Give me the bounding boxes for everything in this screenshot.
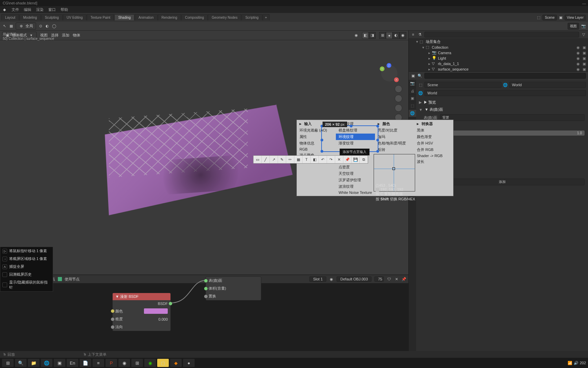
pin-icon[interactable]: 📌 — [402, 277, 406, 281]
vp-menu-object[interactable]: 物体 — [73, 33, 80, 38]
pan-button[interactable] — [395, 95, 402, 102]
scene-selector[interactable]: Scene — [542, 15, 557, 20]
tool-undo[interactable]: ↶ — [319, 156, 327, 163]
mi-env[interactable]: 环境纹理 — [336, 134, 375, 140]
ol-scene-coll[interactable]: 场景集合 — [426, 39, 441, 44]
mi-checker[interactable]: 棋盘格纹理 — [336, 127, 375, 134]
gizmo-toggle-icon[interactable]: ◉ — [354, 33, 359, 38]
node-header[interactable]: ▼ 漫射 BSDF — [113, 293, 170, 300]
outliner[interactable]: ≡ ⚗ ▽ ▾⬚场景集合 ▾⬚Collection◉▣ ▸📷Camera◉▣ ▸… — [409, 31, 588, 72]
material-selector[interactable]: Default OBJ.003 — [337, 276, 372, 282]
ol-rbdata[interactable]: rb_data_1_1 — [438, 62, 459, 66]
roughness-value[interactable]: 0.000 — [144, 317, 168, 321]
solid-mode[interactable]: ● — [386, 32, 393, 39]
socket-roughness[interactable] — [111, 318, 114, 321]
material-users[interactable]: 75 — [374, 276, 384, 282]
nav-gizmo[interactable]: Z Y X — [379, 63, 399, 83]
tool-pin[interactable]: 📌 — [343, 156, 352, 163]
transform-orientation[interactable]: ⊕ 全局 — [16, 22, 36, 30]
prop-tab-viewlayer[interactable]: ▣ — [409, 95, 416, 102]
prop-tab-world[interactable]: 🌐 — [409, 110, 416, 117]
mi-combhsv[interactable]: 合并 HSV — [414, 140, 453, 147]
viewlayer-selector[interactable]: View Layer — [565, 15, 586, 20]
xray-toggle[interactable]: ◨ — [369, 32, 376, 39]
tool-arrow[interactable]: ↗ — [270, 156, 278, 163]
tool-rect[interactable]: ▭ — [254, 156, 262, 163]
mi-ao[interactable]: 环境光遮蔽 (AO) — [297, 127, 336, 134]
tb-vsc[interactable]: ≡ — [93, 359, 104, 367]
tb-wechat[interactable]: ◉ — [144, 359, 156, 367]
color-swatch[interactable] — [144, 308, 168, 314]
minimize-icon[interactable]: — — [582, 1, 586, 5]
start-button[interactable]: ⊞ — [2, 359, 14, 367]
world-name[interactable]: World — [509, 82, 586, 88]
screenshot-toolbar[interactable]: ▭ ╱ ↗ ✎ ✏ ▦ T ◧ ↶ ↷ ✕ 📌 💾 ⧉ — [253, 155, 368, 164]
editor-type-icon[interactable]: ▣ — [411, 73, 415, 78]
rendered-mode[interactable]: ◉ — [399, 32, 406, 39]
cursor-icon[interactable]: ↖ — [2, 24, 7, 29]
tb-search[interactable]: 🔍 — [15, 359, 27, 367]
mi-hsv[interactable]: 色相/饱和度/明度 — [375, 140, 414, 147]
ol-light[interactable]: Light — [438, 56, 446, 60]
tab-add[interactable]: + — [263, 14, 270, 20]
zoom-button[interactable] — [395, 85, 402, 93]
filter-icon[interactable]: ⚗ — [418, 32, 422, 37]
tb-ime[interactable]: En — [67, 359, 78, 367]
proportional-icon[interactable]: ◯ — [52, 24, 56, 29]
tray-net-icon[interactable]: 📶 — [568, 361, 572, 365]
pivot-icon[interactable]: ⊙ — [38, 24, 43, 29]
axis-z[interactable]: Z — [387, 63, 391, 68]
filter-toggle-icon[interactable]: ▽ — [581, 32, 586, 37]
tool-pen[interactable]: ✎ — [278, 156, 286, 163]
socket-surface[interactable] — [204, 279, 208, 282]
grid-icon[interactable]: ▦ — [9, 24, 14, 29]
tab-texturepaint[interactable]: Texture Paint — [87, 14, 114, 20]
shield-icon[interactable]: 🛡 — [387, 277, 391, 281]
render-icon[interactable]: ▣ — [582, 45, 587, 50]
mi-wave[interactable]: 波浪纹理 — [336, 183, 375, 190]
mi-attr[interactable]: 属性 — [297, 134, 336, 140]
world-datablock[interactable]: World — [424, 90, 586, 96]
mi-shader2rgb[interactable]: Shader -> RGB — [414, 153, 453, 158]
mi-wavelength[interactable]: 波长 — [414, 158, 453, 165]
menu-file[interactable]: 文件 — [12, 7, 19, 12]
mi-colorramp[interactable]: 颜色渐变 — [414, 134, 453, 140]
tb-notes[interactable]: 📄 — [80, 359, 91, 367]
mi-sky[interactable]: 天空纹理 — [336, 170, 375, 177]
menu-help[interactable]: 帮助 — [61, 7, 68, 12]
tb-app1[interactable]: ◉ — [118, 359, 130, 367]
tool-marker[interactable]: ✏ — [286, 156, 294, 163]
socket-output[interactable] — [169, 302, 172, 305]
vp-menu-add[interactable]: 添加 — [62, 33, 69, 38]
node-diffuse-bsdf[interactable]: ▼ 漫射 BSDF BSDF 颜色 糙度0.000 法向 — [112, 293, 171, 331]
mi-bc[interactable]: 亮度/对比度 — [375, 127, 414, 134]
tool-line[interactable]: ╱ — [262, 156, 270, 163]
snap-icon[interactable]: ◐ — [45, 24, 50, 29]
tb-ppt[interactable]: P — [105, 359, 117, 367]
tab-modeling[interactable]: Modeling — [19, 14, 41, 20]
mi-blackbody[interactable]: 黑体 — [414, 127, 453, 134]
mi-invert[interactable]: 反转 — [375, 147, 414, 153]
mi-gradient[interactable]: 渐变纹理 — [336, 140, 375, 147]
mi-rgb[interactable]: RGB — [297, 147, 336, 152]
menu-window[interactable]: 窗口 — [48, 7, 56, 12]
mi-point[interactable]: 点密度 — [336, 164, 375, 170]
socket-displace[interactable] — [204, 295, 208, 298]
prop-tab-render[interactable]: 📷 — [409, 80, 416, 87]
ol-collection[interactable]: Collection — [432, 45, 448, 49]
tab-uvediting[interactable]: UV Editing — [63, 14, 86, 20]
prop-tab-output[interactable]: 🖨 — [409, 87, 416, 95]
strength-value[interactable]: 1.0 — [440, 131, 585, 136]
panel-surface[interactable]: ▼ 表(曲)面 — [425, 107, 443, 112]
close-icon[interactable]: ✕ — [394, 277, 399, 281]
socket-volume[interactable] — [204, 287, 208, 290]
menu-edit[interactable]: 编辑 — [24, 7, 31, 12]
props-search[interactable] — [424, 73, 586, 79]
node-material-output[interactable]: 表(曲)面 体积(音量) 置换 — [206, 276, 261, 301]
tab-shading[interactable]: Shading — [114, 14, 134, 20]
tool-eraser[interactable]: ◧ — [311, 156, 319, 163]
outliner-icon[interactable]: ≡ — [411, 32, 415, 37]
camera-button[interactable] — [395, 104, 402, 112]
tb-sticky[interactable]: ▢ — [157, 359, 169, 367]
tool-save[interactable]: 💾 — [352, 156, 360, 163]
